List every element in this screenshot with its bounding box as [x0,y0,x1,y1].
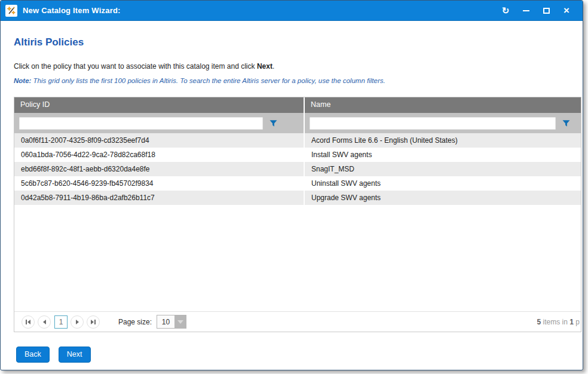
refresh-icon[interactable]: ↻ [497,3,514,19]
policy-id-cell[interactable]: ebd66f8f-892c-48f1-aebb-d6320da4e8fe [14,162,305,176]
policy-id-cell[interactable]: 060a1bda-7056-4d22-9ca2-78d82ca68f18 [14,148,305,162]
instruction-suffix: . [272,62,274,70]
name-cell[interactable]: Uninstall SWV agents [305,176,581,191]
policy-id-filter-cell [14,113,305,133]
page-size-label: Page size: [118,318,152,326]
column-header-policy-id[interactable]: Policy ID [14,97,305,113]
instruction-prefix: Click on the policy that you want to ass… [14,62,257,70]
close-icon[interactable]: × [558,3,575,19]
summary-pages: 1 [569,318,574,326]
back-button[interactable]: Back [16,347,50,363]
page-size-value: 10 [157,315,174,328]
filter-funnel-icon[interactable] [270,119,277,127]
note-body: This grid only lists the first 100 polic… [31,77,385,84]
items-summary: 5 items in 1 p [537,318,580,326]
minimize-icon[interactable] [517,3,535,19]
name-cell[interactable]: SnagIT_MSD [305,162,581,176]
wizard-footer: Back Next [16,347,583,363]
column-header-name[interactable]: Name [305,97,581,113]
table-row[interactable]: 5c6b7c87-b620-4546-9239-fb45702f9834 Uni… [14,176,581,191]
dropdown-arrow-icon[interactable] [174,315,186,328]
wizard-stars-icon [5,5,17,17]
grid-filter-row [14,113,581,133]
table-row[interactable]: 0a0f6f11-2007-4325-8f09-cd3235eef7d4 Aco… [14,133,581,148]
summary-mid: items in [541,318,569,326]
table-row[interactable]: ebd66f8f-892c-48f1-aebb-d6320da4e8fe Sna… [14,162,581,176]
policy-id-filter-input[interactable] [19,117,263,130]
note-label: Note: [14,77,31,84]
name-filter-cell [305,113,581,133]
policy-id-cell[interactable]: 0d42a5b8-7911-4b19-86ba-d2afb26b11c7 [14,191,305,205]
name-cell[interactable]: Upgrade SWV agents [305,191,581,205]
table-row[interactable]: 060a1bda-7056-4d22-9ca2-78d82ca68f18 Ins… [14,148,581,162]
summary-suffix: p [574,318,580,326]
grid-rows: 0a0f6f11-2007-4325-8f09-cd3235eef7d4 Aco… [14,133,581,205]
first-page-button[interactable] [22,315,35,329]
page-title: Altiris Policies [14,36,583,48]
name-cell[interactable]: Acord Forms Lite 6.6 - English (United S… [305,133,581,148]
last-page-button[interactable] [87,315,100,329]
window-title: New Catalog Item Wizard: [23,6,121,15]
maximize-icon[interactable] [537,3,555,19]
filter-funnel-icon[interactable] [562,119,570,127]
page-size-dropdown[interactable]: 10 [157,315,186,329]
next-page-button[interactable] [71,315,84,329]
policies-grid: Policy ID Name 0a0f6f11-2007-4325-8f0 [14,97,581,332]
instruction-next-emphasis: Next [257,62,272,70]
policy-id-cell[interactable]: 5c6b7c87-b620-4546-9239-fb45702f9834 [14,176,305,191]
note-text: Note: This grid only lists the first 100… [14,77,583,84]
instruction-text: Click on the policy that you want to ass… [14,62,583,70]
grid-empty-area [14,205,581,311]
policy-id-cell[interactable]: 0a0f6f11-2007-4325-8f09-cd3235eef7d4 [14,133,305,148]
name-cell[interactable]: Install SWV agents [305,148,581,162]
name-filter-input[interactable] [310,117,556,130]
wizard-window: New Catalog Item Wizard: ↻ × Altiris Pol… [0,0,583,370]
titlebar: New Catalog Item Wizard: ↻ × [1,1,583,21]
current-page-indicator[interactable]: 1 [54,315,68,329]
table-row[interactable]: 0d42a5b8-7911-4b19-86ba-d2afb26b11c7 Upg… [14,191,581,205]
previous-page-button[interactable] [38,315,51,329]
next-button[interactable]: Next [59,347,91,363]
grid-header-row: Policy ID Name [14,97,581,113]
pager-bar: 1 Page size: 10 5 items in 1 p [14,311,581,332]
